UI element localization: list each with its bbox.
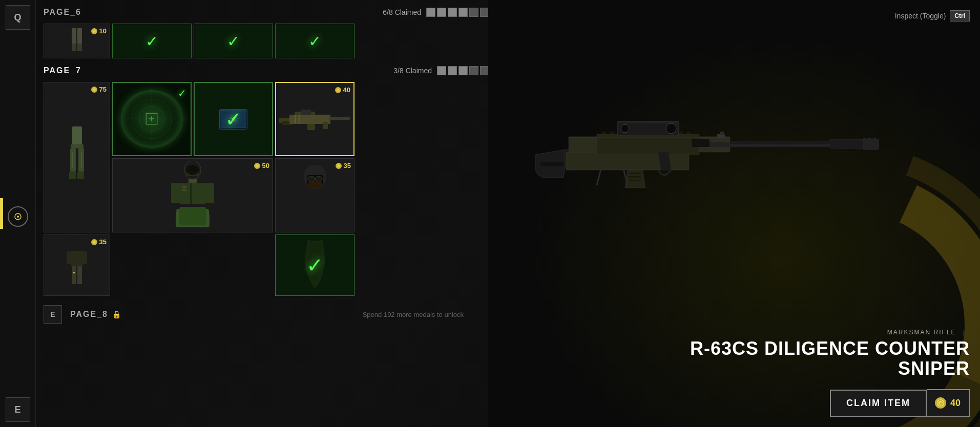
p7-square-4	[469, 66, 478, 75]
cape-visual-icon	[63, 126, 91, 188]
svg-rect-54	[308, 182, 322, 188]
svg-rect-32	[307, 124, 315, 130]
page6-item3-check: ✓	[194, 24, 273, 58]
svg-rect-77	[679, 132, 683, 134]
page7-progress-squares	[437, 66, 489, 75]
bust-icon	[289, 165, 341, 226]
page6-claimed-text: 6/8 Claimed	[383, 8, 421, 16]
main-container: Q E PAGE_6 6/8 Claimed	[0, 0, 980, 427]
page7-title: PAGE_7	[44, 66, 81, 75]
page7-small-char-item[interactable]: 35	[44, 234, 110, 296]
ctrl-key: Ctrl	[950, 10, 970, 22]
page7-row3-grid: 35	[44, 234, 489, 296]
svg-rect-86	[863, 138, 879, 150]
medal-icon	[91, 239, 97, 245]
page8-section: E PAGE_8 🔒 Spend 192 more medals to unlo…	[44, 301, 489, 328]
svg-rect-90	[629, 173, 641, 174]
page7-empty-space	[112, 234, 273, 296]
svg-rect-46	[171, 203, 180, 209]
svg-rect-68	[610, 132, 614, 134]
page6-item-1[interactable]: 10	[44, 24, 110, 58]
svg-rect-89	[876, 137, 879, 139]
item-name-line2: SNIPER	[690, 358, 970, 379]
svg-point-51	[308, 176, 315, 182]
claim-item-button[interactable]: CLAIM ITEM	[830, 390, 927, 417]
svg-rect-2	[72, 28, 76, 44]
medal-icon	[336, 163, 342, 169]
svg-rect-42	[182, 186, 186, 188]
svg-rect-43	[182, 189, 186, 191]
medal-icon	[91, 87, 97, 93]
svg-rect-60	[67, 251, 71, 264]
svg-rect-92	[629, 180, 641, 181]
svg-rect-63	[77, 266, 82, 284]
svg-rect-39	[189, 179, 197, 183]
page7-bust-item[interactable]: 35	[275, 158, 355, 232]
svg-rect-62	[72, 266, 76, 284]
claim-cost-amount: 40	[950, 398, 961, 409]
page7-card-item[interactable]: ✓	[194, 82, 273, 156]
svg-rect-10	[69, 172, 76, 179]
svg-point-52	[315, 176, 322, 182]
rifle-small-icon	[279, 106, 351, 132]
cape-cost: 75	[91, 86, 107, 93]
card-check: ✓	[195, 83, 272, 155]
svg-rect-64	[73, 272, 75, 273]
page7-cape-item[interactable]: 75	[44, 82, 110, 232]
svg-point-81	[666, 123, 676, 134]
p7-square-3	[458, 66, 468, 75]
svg-point-1	[17, 216, 19, 218]
item-name-line1: R-63CS DILIGENCE COUNTER	[690, 338, 970, 359]
page6-item-2[interactable]: ✓	[112, 24, 192, 58]
svg-point-58	[72, 239, 82, 251]
svg-point-99	[936, 399, 945, 407]
svg-rect-94	[720, 132, 724, 135]
page7-spray-item[interactable]: ✓	[112, 82, 192, 156]
p7-square-2	[448, 66, 457, 75]
svg-rect-11	[77, 172, 84, 179]
medal-icon	[91, 28, 97, 34]
svg-rect-31	[329, 117, 350, 120]
svg-rect-33	[323, 122, 328, 129]
svg-rect-67	[602, 132, 606, 134]
spray-check: ✓	[178, 87, 186, 99]
scroll-icon	[8, 206, 28, 227]
svg-rect-65	[540, 162, 564, 166]
svg-rect-57	[321, 191, 331, 202]
svg-rect-40	[180, 183, 205, 206]
sidebar-bottom-button[interactable]: E	[6, 397, 30, 422]
svg-point-38	[186, 165, 199, 175]
page6-item2-check: ✓	[113, 24, 191, 58]
page8-header: E PAGE_8 🔒 Spend 192 more medals to unlo…	[44, 301, 489, 328]
claim-area: CLAIM ITEM 40	[830, 389, 970, 417]
preview-panel: Inspect (Toggle) Ctrl	[488, 0, 980, 427]
svg-rect-45	[205, 183, 214, 203]
page6-item-4[interactable]: ✓	[275, 24, 355, 58]
p7-square-1	[437, 66, 446, 75]
page7-large-char-item[interactable]: 50	[112, 158, 273, 232]
svg-rect-47	[205, 203, 214, 209]
svg-point-80	[621, 124, 629, 133]
page6-item-3[interactable]: ✓	[194, 24, 273, 58]
inspect-toggle[interactable]: Inspect (Toggle) Ctrl	[895, 10, 970, 22]
square-5	[469, 8, 478, 17]
page6-item1-cost: 10	[91, 27, 107, 35]
svg-rect-35	[299, 115, 300, 123]
item-category: MARKSMAN RIFLE |	[690, 329, 970, 336]
svg-rect-56	[299, 191, 309, 202]
svg-rect-78	[686, 132, 691, 134]
page7-rifle-item[interactable]: 40	[275, 82, 355, 156]
page6-section: PAGE_6 6/8 Claimed	[44, 5, 489, 58]
svg-rect-34	[295, 115, 296, 123]
claim-medal-icon	[935, 397, 946, 409]
unlock-text: Spend 192 more medals to unlock	[363, 311, 464, 318]
inspect-label: Inspect (Toggle)	[895, 12, 946, 20]
page7-small-cape-item[interactable]: ✓	[275, 234, 355, 296]
page6-progress-squares	[426, 8, 489, 17]
large-char-cost: 50	[254, 162, 269, 169]
page6-item4-check: ✓	[276, 24, 354, 58]
small-cape-check: ✓	[276, 235, 354, 295]
page8-e-btn[interactable]: E	[44, 305, 62, 324]
page7-section: PAGE_7 3/8 Claimed	[44, 63, 489, 296]
sidebar-top-button[interactable]: Q	[6, 5, 30, 30]
